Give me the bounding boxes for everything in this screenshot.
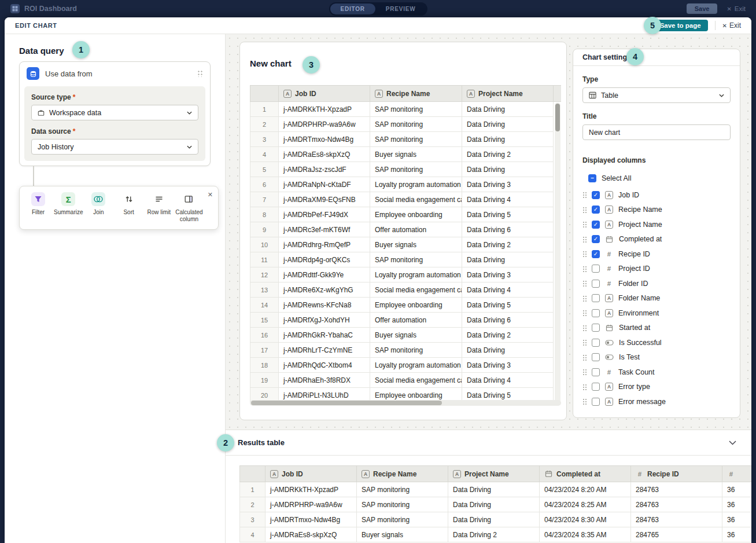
text-type-icon: A <box>283 90 292 98</box>
table-cell: Data Driving <box>462 102 554 117</box>
column-checkbox[interactable] <box>592 353 600 361</box>
drag-handle-icon[interactable] <box>582 221 587 228</box>
table-cell: Data Driving 4 <box>462 373 554 388</box>
column-label: Job ID <box>618 191 639 199</box>
column-checkbox[interactable] <box>592 206 600 214</box>
displayed-column-row[interactable]: AError message <box>582 394 731 409</box>
scrollbar-thumb[interactable] <box>555 104 560 131</box>
displayed-columns-label: Displayed columns <box>582 156 731 164</box>
drag-handle-icon[interactable] <box>582 266 587 272</box>
drag-handle-icon[interactable] <box>582 354 587 361</box>
displayed-column-row[interactable]: #Task Count <box>582 365 731 380</box>
drag-handle-icon[interactable] <box>582 310 587 316</box>
tool-filter-button[interactable]: Filter <box>23 192 53 226</box>
results-table-header[interactable]: Results table <box>226 430 751 456</box>
table-row: 13j-AMDRe6Xz-wKgYhGSocial media engageme… <box>250 282 562 298</box>
tool-row-limit-button[interactable]: Row limit <box>144 192 174 226</box>
column-checkbox[interactable] <box>592 280 600 288</box>
data-query-panel: Data query Use data from Source type* Wo… <box>5 34 226 543</box>
column-checkbox[interactable] <box>592 324 600 332</box>
drag-handle-icon[interactable] <box>582 192 587 198</box>
dashboard-title: ROI Dashboard <box>24 5 77 13</box>
column-checkbox[interactable] <box>592 339 600 347</box>
column-checkbox[interactable] <box>592 250 600 258</box>
table-cell: SAP monitoring <box>370 117 462 132</box>
column-header: # <box>722 466 752 482</box>
tool-summarize-button[interactable]: ΣSummarize <box>53 192 83 226</box>
data-source-select[interactable]: Job History <box>31 139 198 155</box>
drag-handle-icon[interactable] <box>582 295 587 302</box>
displayed-column-row[interactable]: Completed at <box>582 232 731 247</box>
displayed-column-row[interactable]: #Recipe ID <box>582 247 731 262</box>
select-all-row[interactable]: Select All <box>582 171 731 185</box>
drag-handle-icon[interactable] <box>582 384 587 390</box>
chart-title-input[interactable] <box>582 124 731 140</box>
table-cell: j-AMDRKkTH-XpzadP <box>265 482 357 497</box>
summarize-icon: Σ <box>61 192 75 206</box>
tab-preview[interactable]: PREVIEW <box>375 3 426 14</box>
displayed-column-row[interactable]: AProject Name <box>582 217 731 232</box>
displayed-column-row[interactable]: AFolder Name <box>582 291 731 306</box>
drag-handle-icon[interactable] <box>197 70 203 77</box>
column-checkbox[interactable] <box>592 221 600 229</box>
column-checkbox[interactable] <box>592 191 600 199</box>
table-cell: j-AMDRhGkR-YbahaC <box>279 328 370 343</box>
displayed-column-row[interactable]: AJob ID <box>582 188 731 203</box>
displayed-column-row[interactable]: Started at <box>582 321 731 336</box>
table-cell: j-AMDRe6Xz-wKgYhG <box>279 282 370 298</box>
table-cell: j-AMDRTmxo-Ndw4Bg <box>279 132 370 147</box>
tool-sort-button[interactable]: Sort <box>114 192 144 226</box>
text-type-icon: A <box>605 191 613 199</box>
text-type-icon: A <box>605 383 613 391</box>
displayed-column-row[interactable]: ARecipe Name <box>582 203 731 218</box>
modal-exit-button[interactable]: ✕Exit <box>722 21 741 30</box>
table-cell: Data Driving 2 <box>462 147 554 162</box>
scrollbar-thumb[interactable] <box>251 401 442 405</box>
drag-handle-icon[interactable] <box>582 207 587 213</box>
chart-editor-canvas: New chart AJob IDARecipe NameAProject Na… <box>226 34 751 543</box>
column-header-label: Project Name <box>464 470 509 478</box>
drag-handle-icon[interactable] <box>582 369 587 375</box>
table-row: 2j-AMDRPHRP-wa9A6wSAP monitoringData Dri… <box>250 117 562 132</box>
tool-calculated-column-button[interactable]: Calculated column <box>174 192 204 226</box>
drag-handle-icon[interactable] <box>582 398 587 405</box>
use-data-from-card[interactable]: Use data from Source type* Workspace dat… <box>19 61 211 166</box>
column-checkbox[interactable] <box>592 235 600 243</box>
drag-handle-icon[interactable] <box>582 251 587 257</box>
chart-table-viewport: AJob IDARecipe NameAProject Name1j-AMDRK… <box>250 85 561 406</box>
chart-type-select[interactable]: Table <box>582 87 731 103</box>
chart-preview-table: AJob IDARecipe NameAProject Name1j-AMDRK… <box>250 85 561 403</box>
column-checkbox[interactable] <box>592 265 600 273</box>
drag-handle-icon[interactable] <box>582 325 587 331</box>
close-icon[interactable]: ✕ <box>208 191 213 199</box>
drag-handle-icon[interactable] <box>582 236 587 243</box>
tool-join-button[interactable]: Join <box>83 192 113 226</box>
select-all-checkbox[interactable] <box>588 174 596 182</box>
displayed-column-row[interactable]: #Folder ID <box>582 276 731 291</box>
table-row: 5j-AMDRaJsz-zscJdFSAP monitoringData Dri… <box>250 162 562 177</box>
boolean-type-icon <box>605 353 614 361</box>
column-checkbox[interactable] <box>592 294 600 302</box>
collapse-chevron-icon[interactable] <box>729 441 736 445</box>
source-type-select[interactable]: Workspace data <box>31 105 198 120</box>
table-cell: j-AMDRaXM9-EQsFNB <box>279 192 370 207</box>
vertical-scrollbar[interactable] <box>555 102 560 405</box>
row-number: 1 <box>250 102 279 117</box>
column-checkbox[interactable] <box>592 368 600 376</box>
displayed-column-row[interactable]: Is Successful <box>582 335 731 350</box>
drag-handle-icon[interactable] <box>582 339 587 346</box>
modal-title: EDIT CHART <box>15 22 57 29</box>
exit-button[interactable]: ✕Exit <box>727 5 746 12</box>
save-button[interactable]: Save <box>687 3 718 14</box>
column-checkbox[interactable] <box>592 383 600 391</box>
horizontal-scrollbar[interactable] <box>250 400 561 406</box>
tab-editor[interactable]: EDITOR <box>330 3 375 14</box>
column-checkbox[interactable] <box>592 309 600 317</box>
displayed-column-row[interactable]: AEnvironment <box>582 306 731 321</box>
column-label: Task Count <box>618 368 655 376</box>
displayed-column-row[interactable]: #Project ID <box>582 262 731 277</box>
displayed-column-row[interactable]: AError type <box>582 380 731 395</box>
drag-handle-icon[interactable] <box>582 280 587 287</box>
column-checkbox[interactable] <box>592 398 600 406</box>
displayed-column-row[interactable]: Is Test <box>582 350 731 365</box>
